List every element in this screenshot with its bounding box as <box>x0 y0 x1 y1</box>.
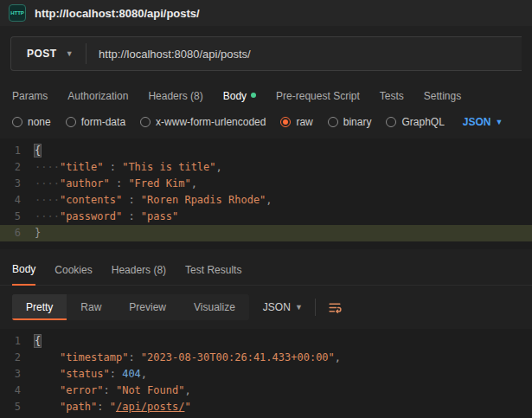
code-segment: "pass" <box>141 210 178 222</box>
editor-line: 3····"author" : "Fred Kim", <box>0 176 532 192</box>
line-number: 4 <box>0 383 35 399</box>
tab-label: Headers (8) <box>112 264 166 276</box>
tab-body[interactable]: Body <box>223 90 256 102</box>
editor-line: 4····"contents" : "Roren Rpadis Rhode", <box>0 192 532 209</box>
code-text: "path": "/api/posts/" <box>35 399 191 415</box>
code-segment: "title" <box>60 161 104 173</box>
code-segment: , <box>184 384 190 396</box>
code-text: ····"author" : "Fred Kim", <box>35 176 197 192</box>
api-client-window: HTTP http://localhost:8080/api/posts/ PO… <box>0 0 532 418</box>
bodytype-raw[interactable]: raw <box>280 116 312 128</box>
editor-line: 1{ <box>0 333 532 350</box>
response-format-select[interactable]: JSON ▼ <box>263 301 303 313</box>
http-request-icon[interactable]: HTTP <box>9 4 26 22</box>
tab-label: Authorization <box>67 90 128 102</box>
tab-label: Cookies <box>54 264 92 276</box>
response-tab-headers[interactable]: Headers (8) <box>112 264 166 285</box>
line-number: 2 <box>0 159 35 176</box>
code-segment: ···· <box>35 177 60 190</box>
code-segment: " <box>184 401 190 413</box>
editor-line: 4 "error": "Not Found", <box>0 383 532 399</box>
code-segment: ···· <box>35 194 60 206</box>
tab-pre-request-script[interactable]: Pre-request Script <box>276 90 360 102</box>
editor-line: 3 "status": 404, <box>0 366 532 383</box>
editor-line: 1{ <box>0 143 532 159</box>
divider <box>86 43 87 64</box>
editor-line: 5····"password" : "pass" <box>0 209 532 225</box>
tab-settings[interactable]: Settings <box>424 90 461 102</box>
code-segment: "2023-08-30T00:26:41.433+00:00" <box>141 351 335 363</box>
code-text: ····"contents" : "Roren Rpadis Rhode", <box>35 192 272 209</box>
code-text: } <box>35 225 41 241</box>
wrap-text-icon[interactable] <box>328 300 343 315</box>
method-label: POST <box>27 48 57 60</box>
line-number: 5 <box>0 399 35 415</box>
view-label: Visualize <box>194 301 235 313</box>
view-visualize[interactable]: Visualize <box>180 294 249 320</box>
code-text: "error": "Not Found", <box>35 383 191 399</box>
code-segment: ···· <box>35 210 60 222</box>
request-format-select[interactable]: JSON ▼ <box>463 116 503 128</box>
code-segment: : <box>122 210 141 222</box>
code-text: "status": 404, <box>35 366 147 383</box>
radio-icon <box>140 117 151 127</box>
response-editor[interactable]: 1{2 "timestamp": "2023-08-30T00:26:41.43… <box>0 329 532 418</box>
response-path-link[interactable]: /api/posts/ <box>116 401 184 413</box>
chevron-down-icon: ▼ <box>66 49 74 58</box>
view-pretty[interactable]: Pretty <box>12 294 67 320</box>
bodytype-form-data[interactable]: form-data <box>66 116 125 128</box>
tab-authorization[interactable]: Authorization <box>67 90 128 102</box>
code-segment: "error" <box>60 384 104 396</box>
response-tab-body[interactable]: Body <box>12 263 35 286</box>
request-editor[interactable]: 1{2····"title" : "This is title",3····"a… <box>0 138 532 249</box>
code-text: { <box>35 143 41 159</box>
tab-label: Params <box>12 90 48 102</box>
radio-icon <box>66 117 76 127</box>
line-number: 5 <box>0 209 35 225</box>
http-request-icon-label: HTTP <box>10 10 24 16</box>
code-segment: : <box>110 368 122 380</box>
code-segment: : <box>110 177 129 190</box>
line-number: 2 <box>0 350 35 366</box>
code-segment: } <box>35 227 41 239</box>
code-segment: "Not Found" <box>116 384 184 396</box>
bodytype-label: none <box>28 116 51 128</box>
view-raw[interactable]: Raw <box>67 294 115 320</box>
code-segment: "timestamp" <box>60 351 128 363</box>
method-select[interactable]: POST ▼ <box>11 48 86 60</box>
code-segment <box>35 401 60 413</box>
request-tab-header: HTTP http://localhost:8080/api/posts/ <box>0 0 532 26</box>
tab-label: Pre-request Script <box>276 90 360 102</box>
code-segment: "This is title" <box>122 161 215 173</box>
code-segment: , <box>191 177 197 190</box>
tab-label: Settings <box>424 90 461 102</box>
code-segment: , <box>141 368 147 380</box>
editor-line: 6} <box>0 225 532 241</box>
bodytype-none[interactable]: none <box>12 116 51 128</box>
bodytype-binary[interactable]: binary <box>328 116 372 128</box>
response-tabs: Body Cookies Headers (8) Test Results <box>0 251 532 286</box>
response-tab-test-results[interactable]: Test Results <box>185 264 241 285</box>
tab-params[interactable]: Params <box>12 90 48 102</box>
tab-label: Tests <box>380 90 404 102</box>
tab-tests[interactable]: Tests <box>380 90 404 102</box>
request-tab-title: http://localhost:8080/api/posts/ <box>35 7 200 20</box>
format-label: JSON <box>263 301 291 313</box>
url-bar: POST ▼ http://localhost:8080/api/posts/ <box>0 26 532 80</box>
body-type-row: none form-data x-www-form-urlencoded raw… <box>0 113 532 138</box>
response-tab-cookies[interactable]: Cookies <box>54 264 92 285</box>
editor-line: 5 "path": "/api/posts/" <box>0 399 532 415</box>
tab-headers[interactable]: Headers (8) <box>148 90 202 102</box>
response-view-group: Pretty Raw Preview Visualize <box>12 294 249 320</box>
view-preview[interactable]: Preview <box>115 294 180 320</box>
code-segment: "status" <box>60 368 110 380</box>
code-segment: , <box>266 194 272 206</box>
bodytype-label: x-www-form-urlencoded <box>156 116 266 128</box>
line-number: 3 <box>0 176 35 192</box>
line-number: 1 <box>0 333 35 350</box>
url-input[interactable]: http://localhost:8080/api/posts/ <box>99 48 251 61</box>
bodytype-x-www-form-urlencoded[interactable]: x-www-form-urlencoded <box>140 116 266 128</box>
chevron-down-icon: ▼ <box>295 303 303 312</box>
bodytype-label: raw <box>296 116 312 128</box>
bodytype-graphql[interactable]: GraphQL <box>386 116 444 128</box>
